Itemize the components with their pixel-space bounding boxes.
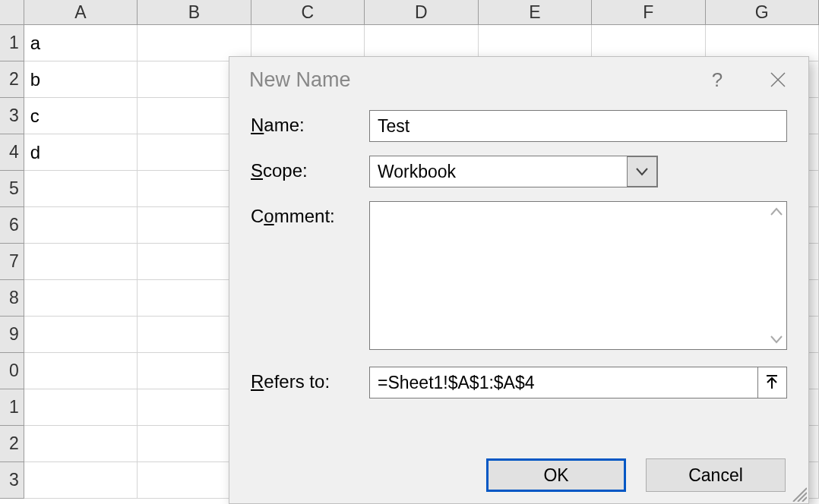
row-header-8[interactable]: 8 <box>0 280 24 317</box>
range-picker-button[interactable] <box>757 367 787 398</box>
cell-A8[interactable] <box>24 280 138 317</box>
row-header-4[interactable]: 4 <box>0 134 24 171</box>
cancel-button[interactable]: Cancel <box>646 458 786 492</box>
row-header-10[interactable]: 0 <box>0 353 24 389</box>
scroll-down-icon <box>770 332 783 346</box>
scroll-up-icon <box>770 205 783 219</box>
collapse-dialog-icon <box>764 375 779 390</box>
chevron-down-icon <box>635 167 649 176</box>
cell-A11[interactable] <box>24 389 138 426</box>
col-header-D[interactable]: D <box>365 0 478 25</box>
cell-A12[interactable] <box>24 426 138 462</box>
svg-line-5 <box>798 493 807 502</box>
row-header-3[interactable]: 3 <box>0 98 24 134</box>
cell-A6[interactable] <box>24 207 138 244</box>
refers-to-input[interactable] <box>369 367 757 398</box>
row-header-1[interactable]: 1 <box>0 25 24 61</box>
row-header-7[interactable]: 7 <box>0 244 24 280</box>
comment-label: Comment: <box>251 201 369 227</box>
cell-A3[interactable]: c <box>24 98 138 134</box>
cell-A4[interactable]: d <box>24 134 138 171</box>
help-button[interactable]: ? <box>687 57 748 102</box>
ok-button[interactable]: OK <box>486 458 626 492</box>
refers-to-label: Refers to: <box>251 367 369 392</box>
close-button[interactable] <box>748 57 808 102</box>
cell-A9[interactable] <box>24 317 138 353</box>
dialog-title: New Name <box>249 68 687 92</box>
col-header-G[interactable]: G <box>706 0 819 25</box>
select-all-corner[interactable] <box>0 0 24 25</box>
cell-A7[interactable] <box>24 244 138 280</box>
close-icon <box>770 71 786 88</box>
cell-A5[interactable] <box>24 171 138 207</box>
col-header-C[interactable]: C <box>251 0 365 25</box>
row-header-11[interactable]: 1 <box>0 389 24 426</box>
col-header-B[interactable]: B <box>138 0 251 25</box>
name-input[interactable] <box>369 110 787 142</box>
scope-select[interactable]: Workbook <box>369 156 658 187</box>
cell-A1[interactable]: a <box>24 25 138 61</box>
cell-A10[interactable] <box>24 353 138 389</box>
cell-A13[interactable] <box>24 462 138 499</box>
row-header-12[interactable]: 2 <box>0 426 24 462</box>
svg-line-6 <box>802 497 807 502</box>
row-header-5[interactable]: 5 <box>0 171 24 207</box>
dialog-titlebar[interactable]: New Name ? <box>229 57 808 102</box>
comment-scrollbar[interactable] <box>767 202 786 349</box>
row-header-13[interactable]: 3 <box>0 462 24 499</box>
col-header-F[interactable]: F <box>592 0 705 25</box>
name-label: Name: <box>251 110 369 136</box>
comment-textarea[interactable] <box>370 202 767 349</box>
col-header-A[interactable]: A <box>24 0 138 25</box>
scope-dropdown-button[interactable] <box>627 156 657 187</box>
scope-label: Scope: <box>251 156 369 181</box>
col-header-E[interactable]: E <box>479 0 592 25</box>
resize-grip[interactable] <box>790 485 807 502</box>
row-header-2[interactable]: 2 <box>0 61 24 98</box>
cell-A2[interactable]: b <box>24 61 138 98</box>
row-header-9[interactable]: 9 <box>0 317 24 353</box>
new-name-dialog: New Name ? Name: Scope: Workbook <box>229 56 809 504</box>
scope-value: Workbook <box>370 162 627 182</box>
row-header-6[interactable]: 6 <box>0 207 24 244</box>
